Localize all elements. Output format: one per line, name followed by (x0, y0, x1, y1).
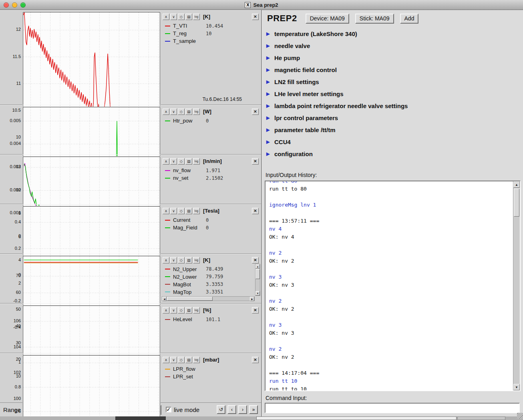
legend-hscrollbar[interactable]: ◀▶ (162, 296, 255, 301)
log-scale-button[interactable]: log (193, 158, 200, 165)
scrollbar-track[interactable] (167, 297, 250, 301)
scroll-up-button[interactable]: ∧ (163, 208, 169, 214)
scroll-down-button[interactable]: ∨ (170, 14, 177, 20)
scroll-up-button[interactable]: ∧ (163, 14, 169, 20)
scroll-down-button[interactable]: ∨ (170, 307, 177, 313)
legend-item[interactable]: MagBot3.3353 (165, 281, 259, 288)
scroll-down-button[interactable]: ∨ (170, 208, 177, 214)
zoom-button[interactable]: ◇ (178, 307, 185, 313)
scrollbar-track[interactable] (255, 269, 260, 291)
scroll-right-arrow-icon[interactable]: ▶ (250, 297, 254, 301)
axes-settings-button[interactable]: ▤ (185, 109, 192, 115)
close-plot-button[interactable]: ✕ (252, 307, 259, 313)
axes-settings-button[interactable]: ▤ (185, 158, 192, 165)
scroll-up-button[interactable]: ∧ (163, 158, 169, 165)
scroll-up-arrow-icon[interactable]: ▲ (255, 264, 260, 269)
stick-button[interactable]: Stick: MA09 (355, 14, 394, 24)
axes-settings-button[interactable]: ▤ (185, 357, 192, 363)
expand-triangle-icon[interactable]: ▶ (266, 115, 271, 121)
expand-triangle-icon[interactable]: ▶ (266, 55, 271, 60)
command-input[interactable] (265, 403, 520, 413)
add-button[interactable]: Add (400, 14, 419, 24)
scroll-down-button[interactable]: ∨ (170, 109, 177, 115)
zoom-window-button[interactable] (20, 2, 26, 8)
log-scale-button[interactable]: log (193, 257, 200, 263)
scroll-up-button[interactable]: ∧ (163, 307, 169, 313)
log-scale-button[interactable]: log (193, 109, 200, 115)
scroll-up-button[interactable]: ∧ (163, 257, 169, 263)
scroll-up-arrow-icon[interactable]: ▲ (513, 181, 520, 188)
section-item[interactable]: ▶temperature (LakeShore 340) (266, 28, 523, 40)
log-scale-button[interactable]: log (193, 357, 200, 363)
section-item[interactable]: ▶CCU4 (266, 136, 523, 148)
zoom-button[interactable]: ◇ (178, 14, 185, 20)
log-scale-button[interactable]: log (193, 307, 200, 313)
zoom-button[interactable]: ◇ (178, 357, 185, 363)
window-resize-grip[interactable] (517, 413, 523, 419)
section-item[interactable]: ▶He pump (266, 52, 523, 64)
legend-item[interactable]: LPR_flow (165, 365, 259, 373)
live-mode-checkbox[interactable]: ✓ (166, 407, 171, 412)
expand-triangle-icon[interactable]: ▶ (266, 103, 271, 109)
scrollbar-thumb[interactable] (514, 189, 519, 217)
legend-item[interactable]: Htr_pow0 (165, 117, 259, 125)
scroll-left-arrow-icon[interactable]: ◀ (162, 297, 167, 301)
scroll-down-button[interactable]: ∨ (170, 158, 177, 165)
scrollbar-thumb[interactable] (167, 297, 213, 301)
expand-triangle-icon[interactable]: ▶ (266, 127, 271, 133)
device-button[interactable]: Device: MA09 (306, 14, 349, 24)
legend-item[interactable]: N2_Lower79.759 (165, 273, 259, 281)
close-window-button[interactable] (4, 2, 9, 8)
close-plot-button[interactable]: ✕ (252, 109, 259, 115)
axes-settings-button[interactable]: ▤ (185, 257, 192, 263)
log-scale-button[interactable]: log (193, 14, 200, 20)
close-plot-button[interactable]: ✕ (252, 357, 259, 363)
section-item[interactable]: ▶lambda point refrigerator needle valve … (266, 100, 523, 112)
section-item[interactable]: ▶needle valve (266, 40, 523, 52)
legend-item[interactable]: nv_flow1.971 (165, 167, 259, 174)
axes-settings-button[interactable]: ▤ (185, 307, 192, 313)
section-item[interactable]: ▶LN2 fill settings (266, 76, 523, 88)
close-plot-button[interactable]: ✕ (252, 14, 259, 20)
history-scrollbar[interactable]: ▲ ▼ (513, 181, 520, 390)
scroll-down-button[interactable]: ∨ (170, 357, 177, 363)
expand-triangle-icon[interactable]: ▶ (266, 67, 271, 72)
legend-vscrollbar[interactable]: ▲▼ (255, 264, 260, 296)
legend-item[interactable]: HeLevel101.1 (165, 316, 259, 323)
zoom-button[interactable]: ◇ (178, 208, 185, 214)
section-item[interactable]: ▶LHe level meter settings (266, 88, 523, 100)
titlebar[interactable]: X Sea prep2 (0, 0, 523, 10)
close-plot-button[interactable]: ✕ (252, 208, 259, 214)
step-left-button[interactable]: ‹ (227, 405, 236, 414)
scroll-down-arrow-icon[interactable]: ▼ (255, 291, 260, 295)
section-item[interactable]: ▶magnetic field control (266, 64, 523, 76)
legend-item[interactable]: T_sample (165, 37, 259, 45)
jump-latest-button[interactable]: » (249, 405, 258, 414)
axes-settings-button[interactable]: ▤ (185, 208, 192, 214)
expand-triangle-icon[interactable]: ▶ (266, 151, 271, 157)
scrollbar-thumb[interactable] (255, 269, 260, 279)
close-plot-button[interactable]: ✕ (252, 158, 259, 165)
expand-triangle-icon[interactable]: ▶ (266, 139, 271, 145)
zoom-button[interactable]: ◇ (178, 109, 185, 115)
expand-triangle-icon[interactable]: ▶ (266, 31, 271, 36)
zoom-button[interactable]: ◇ (178, 257, 185, 263)
expand-triangle-icon[interactable]: ▶ (266, 43, 271, 48)
legend-item[interactable]: T_reg10 (165, 30, 259, 37)
scroll-up-button[interactable]: ∧ (163, 109, 169, 115)
history-box[interactable]: run tt 80run tt to 80 ignoreMsg lnv 1 ==… (265, 181, 521, 391)
zoom-button[interactable]: ◇ (178, 158, 185, 165)
close-plot-button[interactable]: ✕ (252, 257, 259, 263)
expand-triangle-icon[interactable]: ▶ (266, 79, 271, 84)
legend-item[interactable]: Mag_Field0 (165, 224, 259, 231)
legend-item[interactable]: N2_Upper78.439 (165, 265, 259, 273)
step-right-button[interactable]: › (238, 405, 247, 414)
log-scale-button[interactable]: log (193, 208, 200, 214)
scroll-up-button[interactable]: ∧ (163, 357, 169, 363)
legend-item[interactable]: MagTop3.3351 (165, 288, 259, 296)
section-item[interactable]: ▶parameter table /tt/tm (266, 124, 523, 136)
legend-item[interactable]: T_VTI10.454 (165, 22, 259, 30)
axes-settings-button[interactable]: ▤ (185, 14, 192, 20)
scroll-down-button[interactable]: ∨ (170, 257, 177, 263)
plot-canvas[interactable] (23, 355, 160, 420)
